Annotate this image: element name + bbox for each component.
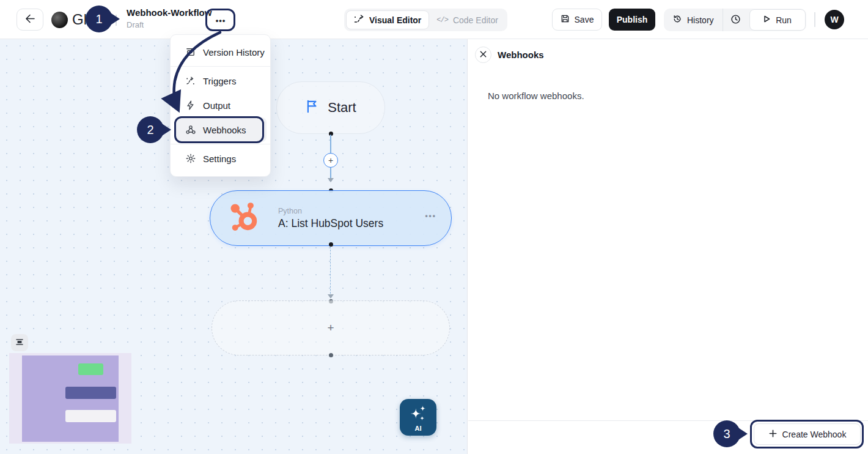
menu-item-webhooks[interactable]: Webhooks xyxy=(174,117,267,142)
fit-view-icon xyxy=(15,337,24,349)
top-toolbar: Glo Webhook-Workflow Draft ••• Visual Ed… xyxy=(0,0,868,39)
minimap-viewport xyxy=(22,355,119,442)
start-node-label: Start xyxy=(328,100,356,116)
node-title: A: List HubSpot Users xyxy=(278,217,383,230)
webhook-icon xyxy=(185,125,196,135)
tab-visual-editor[interactable]: Visual Editor xyxy=(346,10,429,29)
menu-divider xyxy=(171,66,270,67)
close-panel-button[interactable] xyxy=(475,47,491,63)
logo-text: Glo xyxy=(72,11,95,28)
code-editor-icon: </> xyxy=(436,16,448,24)
plus-icon xyxy=(768,429,778,440)
version-history-icon xyxy=(185,47,196,57)
menu-item-label: Output xyxy=(203,100,230,111)
menu-item-output[interactable]: Output xyxy=(174,93,267,117)
minimap-placeholder-node xyxy=(65,410,116,422)
menu-item-label: Settings xyxy=(203,154,236,164)
insert-node-button[interactable]: + xyxy=(323,153,338,168)
history-button[interactable]: History xyxy=(664,9,723,31)
workflow-title: Webhook-Workflow xyxy=(127,7,211,18)
webhooks-panel: Webhooks No workflow webhooks. Create We… xyxy=(468,39,868,454)
menu-item-version-history[interactable]: Version History xyxy=(174,40,267,64)
clock-icon xyxy=(730,14,741,26)
sparkles-icon xyxy=(408,403,428,424)
output-zap-icon xyxy=(185,100,196,110)
panel-empty-message: No workflow webhooks. xyxy=(488,91,584,101)
back-button[interactable] xyxy=(17,9,43,31)
save-icon xyxy=(561,14,570,25)
minimap-start-node xyxy=(78,363,103,375)
save-button[interactable]: Save xyxy=(552,9,602,31)
app-logo[interactable]: Glo xyxy=(51,11,95,28)
connector-dot[interactable] xyxy=(329,242,333,247)
fit-view-button[interactable] xyxy=(11,334,28,351)
run-button[interactable]: Run xyxy=(749,9,806,31)
tab-code-editor[interactable]: </> Code Editor xyxy=(429,10,506,29)
history-icon xyxy=(672,14,682,26)
close-icon xyxy=(479,50,487,60)
create-webhook-button[interactable]: Create Webhook xyxy=(754,423,861,445)
publish-button[interactable]: Publish xyxy=(609,9,655,31)
create-webhook-label: Create Webhook xyxy=(782,430,847,439)
menu-divider xyxy=(171,144,270,144)
logo-mark-icon xyxy=(51,12,68,28)
connector-arrowhead-icon xyxy=(328,294,334,299)
back-arrow-icon xyxy=(25,14,35,25)
ai-button-label: AI xyxy=(415,425,422,432)
header-divider xyxy=(814,12,815,27)
dashed-connector-edge xyxy=(330,247,331,297)
workflow-more-menu: Version History Triggers Output Webhooks xyxy=(170,34,271,177)
minimap-hubspot-node xyxy=(65,387,116,399)
ai-assistant-button[interactable]: AI xyxy=(400,399,436,436)
menu-item-triggers[interactable]: Triggers xyxy=(174,69,267,93)
workflow-more-button[interactable]: ••• xyxy=(210,12,232,29)
menu-item-label: Version History xyxy=(203,47,265,58)
node-language-label: Python xyxy=(278,207,383,215)
plus-icon: + xyxy=(327,321,334,335)
history-label: History xyxy=(687,15,714,25)
menu-item-label: Triggers xyxy=(203,76,236,86)
code-editor-label: Code Editor xyxy=(453,15,498,25)
run-label: Run xyxy=(776,15,792,25)
menu-item-label: Webhooks xyxy=(203,125,246,135)
workflow-status-badge: Draft xyxy=(127,20,211,29)
visual-editor-label: Visual Editor xyxy=(369,15,421,25)
schedule-clock-button[interactable] xyxy=(723,9,749,31)
node-text-block: Python A: List HubSpot Users xyxy=(278,207,383,230)
panel-title: Webhooks xyxy=(498,50,544,60)
header-divider xyxy=(116,15,117,26)
triggers-icon xyxy=(185,76,196,86)
save-label: Save xyxy=(575,15,594,24)
hubspot-icon xyxy=(228,201,261,236)
run-controls-group: History Run xyxy=(664,9,806,31)
workflow-editor-app: Glo Webhook-Workflow Draft ••• Visual Ed… xyxy=(0,0,868,454)
workflow-title-block: Webhook-Workflow Draft xyxy=(127,7,211,29)
user-avatar[interactable]: W xyxy=(825,10,844,29)
visual-editor-icon xyxy=(354,15,364,26)
play-icon xyxy=(763,15,771,25)
editor-mode-toggle: Visual Editor </> Code Editor xyxy=(344,9,507,31)
hubspot-python-node[interactable]: Python A: List HubSpot Users ••• xyxy=(210,190,452,246)
add-node-placeholder[interactable]: + xyxy=(211,300,450,355)
connector-dot[interactable] xyxy=(329,353,333,357)
minimap[interactable] xyxy=(9,353,131,444)
start-node[interactable]: Start xyxy=(276,81,385,134)
flag-icon xyxy=(305,99,320,116)
panel-footer-divider xyxy=(468,420,868,421)
menu-item-settings[interactable]: Settings xyxy=(174,146,267,171)
connector-arrowhead-icon xyxy=(328,178,334,182)
gear-icon xyxy=(185,154,196,163)
node-more-button[interactable]: ••• xyxy=(425,212,436,220)
